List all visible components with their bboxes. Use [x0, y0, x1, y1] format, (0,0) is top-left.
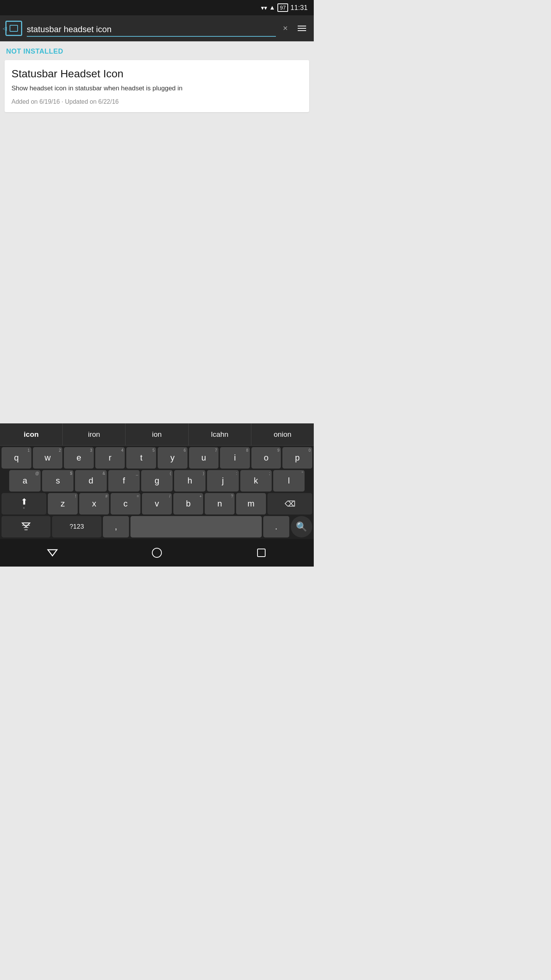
key-m[interactable]: m- [236, 493, 266, 514]
key-e[interactable]: e3 [64, 447, 94, 469]
key-v[interactable]: v/ [142, 493, 172, 514]
plugin-card[interactable]: Statusbar Headset Icon Show headset icon… [5, 60, 309, 112]
key-row-1: q1 w2 e3 r4 t5 y6 u7 i8 o9 p0 [2, 447, 312, 469]
main-content: NOT INSTALLED Statusbar Headset Icon Sho… [0, 41, 314, 118]
suggestion-iron[interactable]: iron [63, 423, 126, 445]
key-x[interactable]: x# [79, 493, 109, 514]
key-shift[interactable]: ⬆ * [2, 493, 46, 514]
key-a[interactable]: a@ [9, 470, 41, 492]
nav-recents-square [257, 549, 266, 557]
key-row-2: a@ s$ d& f_ g( h) j: k; l" [2, 470, 312, 492]
suggestion-onion[interactable]: onion [251, 423, 314, 445]
plugin-dates: Added on 6/19/16 · Updated on 6/22/16 [11, 98, 302, 105]
suggestion-lcahn[interactable]: lcahn [189, 423, 251, 445]
key-l[interactable]: l" [273, 470, 305, 492]
status-time: 11:31 [290, 4, 308, 12]
app-logo-inner [5, 21, 22, 36]
signal-icon: ▲ [269, 4, 276, 11]
key-i[interactable]: i8 [220, 447, 250, 469]
key-q[interactable]: q1 [2, 447, 31, 469]
key-g[interactable]: g( [141, 470, 173, 492]
status-bar: ▾▾ ▲ 97 11:31 [0, 0, 314, 15]
search-bar: × [0, 15, 314, 41]
suggestion-icon[interactable]: icon [0, 423, 63, 445]
key-f[interactable]: f_ [108, 470, 140, 492]
svg-marker-0 [48, 550, 57, 556]
menu-line-2 [298, 28, 306, 29]
key-b[interactable]: b+ [173, 493, 203, 514]
keyboard-main: q1 w2 e3 r4 t5 y6 u7 i8 o9 p0 a@ s$ d& f… [0, 446, 314, 537]
nav-home-button[interactable] [145, 541, 168, 564]
menu-button[interactable] [295, 24, 309, 33]
key-dot[interactable]: . [263, 516, 289, 537]
key-h[interactable]: h) [174, 470, 205, 492]
plugin-description: Show headset icon in statusbar when head… [11, 84, 302, 93]
search-input[interactable] [27, 24, 276, 36]
search-icon: 🔍 [296, 521, 307, 532]
key-row-3: ⬆ * z! x# c= v/ b+ n? m- ⌫ [2, 493, 312, 514]
key-row-4: ?123 , . 🔍 [2, 516, 312, 537]
key-d[interactable]: d& [75, 470, 106, 492]
app-logo[interactable] [5, 19, 23, 38]
key-delete[interactable]: ⌫ [267, 493, 312, 514]
clear-button[interactable]: × [280, 22, 291, 35]
not-installed-label: NOT INSTALLED [5, 47, 309, 56]
suggestion-ion[interactable]: ion [126, 423, 188, 445]
key-k[interactable]: k; [240, 470, 272, 492]
key-w[interactable]: w2 [33, 447, 63, 469]
key-t[interactable]: t5 [126, 447, 156, 469]
key-j[interactable]: j: [207, 470, 238, 492]
nav-bar [0, 539, 314, 567]
suggestions-row: icon iron ion lcahn onion [0, 423, 314, 446]
key-u[interactable]: u7 [189, 447, 219, 469]
key-z[interactable]: z! [48, 493, 78, 514]
key-comma[interactable]: , [103, 516, 129, 537]
keyboard-area: icon iron ion lcahn onion q1 w2 e3 r4 t5… [0, 423, 314, 567]
key-s[interactable]: s$ [42, 470, 73, 492]
key-emoji[interactable] [2, 516, 51, 537]
app-logo-screen [10, 25, 18, 32]
wifi-icon: ▾▾ [261, 4, 267, 11]
search-input-container [27, 20, 276, 37]
nav-back-button[interactable] [41, 541, 64, 564]
battery-text: 97 [277, 3, 288, 12]
key-r[interactable]: r4 [95, 447, 125, 469]
key-numbers[interactable]: ?123 [52, 516, 101, 537]
key-space[interactable] [130, 516, 261, 537]
key-o[interactable]: o9 [251, 447, 281, 469]
key-n[interactable]: n? [205, 493, 235, 514]
key-y[interactable]: y6 [158, 447, 187, 469]
menu-line-1 [298, 26, 306, 26]
menu-line-3 [298, 30, 306, 31]
nav-recents-button[interactable] [250, 541, 273, 564]
key-p[interactable]: p0 [282, 447, 312, 469]
plugin-title: Statusbar Headset Icon [11, 68, 302, 80]
search-button[interactable]: 🔍 [291, 516, 312, 537]
key-c[interactable]: c= [111, 493, 140, 514]
status-icons: ▾▾ ▲ 97 11:31 [261, 3, 308, 12]
nav-home-circle [152, 548, 162, 558]
